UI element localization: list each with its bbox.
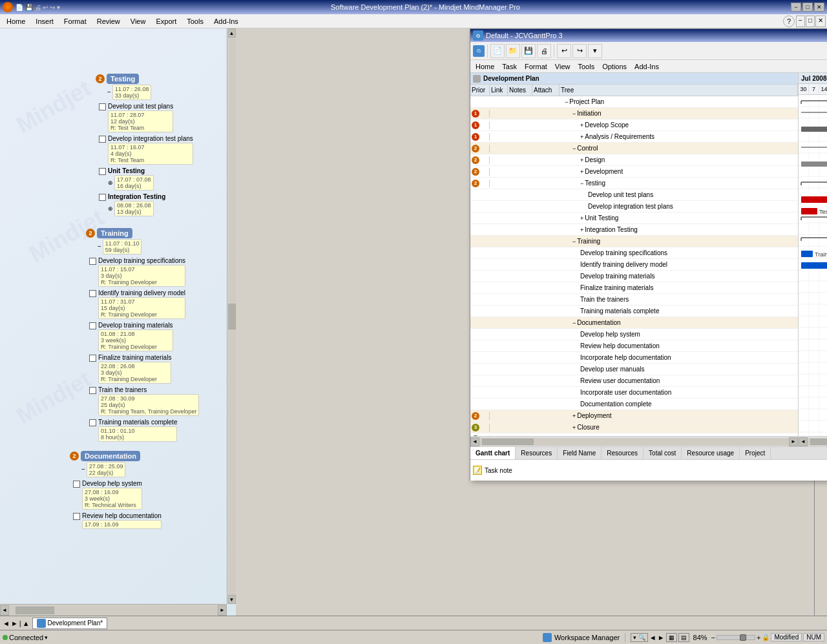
- table-row[interactable]: Develop help system: [470, 329, 798, 340]
- new-btn[interactable]: 📄: [490, 44, 505, 58]
- dev-training-specs-checkbox[interactable]: [89, 258, 96, 265]
- maximize-button[interactable]: □: [802, 3, 813, 12]
- gantt-left-hscroll[interactable]: ◄ ►: [470, 436, 798, 446]
- expand-icon[interactable]: −: [580, 180, 583, 187]
- navigate-forward[interactable]: ►: [658, 634, 665, 641]
- training-collapse-icon[interactable]: −: [98, 243, 101, 250]
- table-row[interactable]: Finalize training materials: [470, 282, 798, 294]
- zoom-in[interactable]: +: [757, 634, 760, 641]
- review-help-doc-checkbox[interactable]: [73, 513, 80, 520]
- table-row[interactable]: −Project Plan: [470, 96, 798, 108]
- expand-icon[interactable]: +: [580, 227, 583, 233]
- gantt-menu-task[interactable]: Task: [498, 62, 521, 71]
- table-row[interactable]: Develop user manuals: [470, 364, 798, 375]
- expand-icon[interactable]: −: [572, 145, 576, 152]
- table-row[interactable]: 1 +Develop Scope: [470, 119, 798, 131]
- table-row[interactable]: Train the trainers: [470, 294, 798, 306]
- open-btn[interactable]: 📁: [506, 44, 520, 58]
- tab-project[interactable]: Project: [740, 447, 771, 459]
- table-row[interactable]: 2 −Control: [470, 143, 798, 154]
- gantt-menu-view[interactable]: View: [551, 62, 574, 71]
- expand-icon[interactable]: +: [572, 413, 576, 419]
- tab-total-cost[interactable]: Total cost: [644, 447, 682, 459]
- table-row[interactable]: 2 +Design: [470, 154, 798, 166]
- menu-addins[interactable]: Add-Ins: [209, 16, 244, 26]
- connected-dropdown[interactable]: ▾: [45, 634, 48, 641]
- minimize-button[interactable]: −: [791, 3, 801, 12]
- expand-icon[interactable]: +: [580, 157, 583, 163]
- nav-up[interactable]: ▲: [23, 619, 30, 627]
- integration-testing-expand[interactable]: ⊕: [108, 205, 113, 212]
- table-row[interactable]: 2 −Testing: [470, 178, 798, 189]
- save-btn[interactable]: 💾: [521, 44, 536, 58]
- table-row[interactable]: +Integration Testing: [470, 224, 798, 236]
- expand-icon[interactable]: −: [572, 110, 576, 117]
- table-row[interactable]: 1 +Analysis / Requirements: [470, 131, 798, 143]
- tab-field-name[interactable]: Field Name: [558, 447, 602, 459]
- expand-icon[interactable]: −: [565, 99, 568, 105]
- expand-icon[interactable]: −: [572, 320, 576, 326]
- table-row[interactable]: Review help documentation: [470, 340, 798, 352]
- train-trainers-checkbox[interactable]: [89, 387, 96, 394]
- documentation-node-label[interactable]: Documentation: [81, 451, 140, 461]
- menu-insert[interactable]: Insert: [30, 16, 59, 26]
- table-row[interactable]: Develop training materials: [470, 271, 798, 282]
- nav-next[interactable]: ►: [11, 619, 18, 627]
- dev-training-mat-checkbox[interactable]: [89, 322, 96, 329]
- testing-collapse-icon[interactable]: −: [107, 88, 111, 96]
- identify-delivery-checkbox[interactable]: [89, 290, 96, 297]
- table-row[interactable]: 2 +Deployment: [470, 410, 798, 422]
- table-row[interactable]: Identify training delivery model: [470, 259, 798, 271]
- table-row[interactable]: Develop integration test plans: [470, 201, 798, 213]
- table-row[interactable]: 3 +Closure: [470, 422, 798, 433]
- expand-icon[interactable]: +: [580, 122, 583, 129]
- h-scrollbar-mindmap[interactable]: ◄ ►: [0, 604, 227, 616]
- unit-testing-expand[interactable]: ⊕: [108, 180, 113, 186]
- table-row[interactable]: Incorporate help documentation: [470, 352, 798, 364]
- view-btn-2[interactable]: ▤: [678, 633, 689, 642]
- menu-view[interactable]: View: [125, 16, 151, 26]
- tab-resources-2[interactable]: Resources: [602, 447, 644, 459]
- table-row[interactable]: Develop unit test plans: [470, 189, 798, 201]
- table-row[interactable]: Incorporate user documentation: [470, 387, 798, 399]
- table-row[interactable]: Develop training specifications: [470, 247, 798, 259]
- help-icon[interactable]: ?: [783, 16, 795, 27]
- expand-icon[interactable]: −: [572, 238, 576, 245]
- gantt-menu-addins[interactable]: Add-Ins: [631, 62, 663, 71]
- navigate-back[interactable]: ◄: [649, 634, 656, 641]
- taskbar-dev-plan[interactable]: Development Plan*: [32, 618, 108, 629]
- close-button[interactable]: ✕: [814, 3, 824, 12]
- table-row[interactable]: Review user documentation: [470, 375, 798, 387]
- gantt-menu-tools[interactable]: Tools: [574, 62, 598, 71]
- nav-prev[interactable]: ◄: [3, 619, 10, 627]
- print-btn[interactable]: 🖨: [537, 44, 551, 58]
- menu-review[interactable]: Review: [92, 16, 125, 26]
- menu-format[interactable]: Format: [59, 16, 92, 26]
- documentation-collapse-icon[interactable]: −: [81, 466, 85, 473]
- integration-testing-checkbox[interactable]: [99, 194, 106, 201]
- table-row[interactable]: −Documentation: [470, 317, 798, 329]
- vertical-scrollbar[interactable]: ▲ ▼: [227, 28, 236, 604]
- gantt-menu-format[interactable]: Format: [521, 62, 551, 71]
- lock-icon[interactable]: 🔒: [762, 634, 769, 641]
- table-row[interactable]: 2 +Development: [470, 166, 798, 178]
- expand-icon[interactable]: +: [580, 134, 583, 140]
- dev-help-system-checkbox[interactable]: [73, 481, 80, 488]
- dropdown-btn[interactable]: ▾: [588, 44, 602, 58]
- title-bar-controls[interactable]: − □ ✕: [791, 3, 824, 12]
- filter-icon[interactable]: ▾ 🔍: [631, 633, 648, 642]
- undo-btn[interactable]: ↩: [557, 44, 571, 58]
- workspace-manager-label[interactable]: Workspace Manager: [554, 634, 620, 641]
- table-row[interactable]: −Training: [470, 236, 798, 247]
- expand-icon[interactable]: +: [572, 424, 576, 431]
- gantt-right-hscroll[interactable]: ◄ ►: [799, 436, 827, 446]
- training-complete-checkbox[interactable]: [89, 419, 96, 426]
- table-row[interactable]: +Unit Testing: [470, 213, 798, 224]
- menu-home[interactable]: Home: [1, 16, 30, 26]
- tab-resource-usage[interactable]: Resource usage: [682, 447, 740, 459]
- gantt-menu-home[interactable]: Home: [472, 62, 498, 71]
- finalize-training-checkbox[interactable]: [89, 355, 96, 362]
- zoom-slider[interactable]: [717, 635, 755, 640]
- expand-icon[interactable]: +: [580, 215, 583, 222]
- expand-icon[interactable]: +: [580, 169, 583, 175]
